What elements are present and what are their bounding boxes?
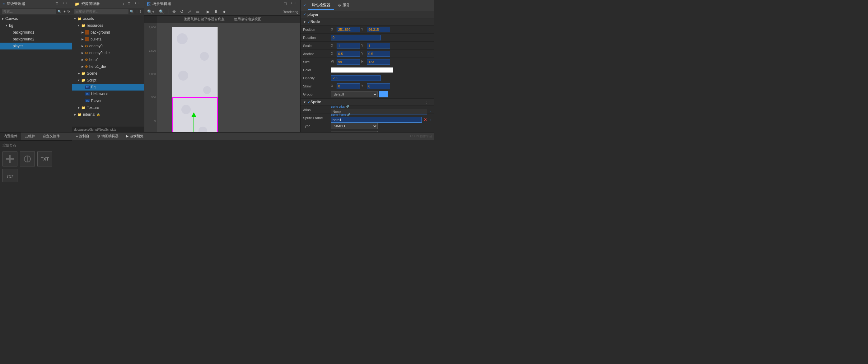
widget-tab-custom[interactable]: 自定义控件 (39, 132, 63, 140)
layer-search-icon[interactable]: 🔍 (58, 10, 62, 14)
asset-item-hero1[interactable]: ▶ ⚙ hero1 (72, 56, 144, 63)
scale-x-label: X (331, 44, 335, 47)
asset-folder-scene[interactable]: ▶ 📁 Scene (72, 70, 144, 77)
widget-tab-cloud[interactable]: 云组件 (21, 132, 39, 140)
asset-search-icon[interactable]: 🔍 (130, 10, 134, 14)
widget-tab-builtin[interactable]: 内置控件 (0, 132, 21, 140)
tree-node-canvas[interactable]: ▶ Canvas (0, 15, 72, 22)
asset-folder-script[interactable]: ▼ 📁 Script (72, 77, 144, 84)
opacity-input[interactable] (331, 75, 381, 81)
toolbar-divider1 (168, 9, 169, 14)
step-btn[interactable]: ⏭ (221, 9, 227, 14)
asset-item-enemy0-die[interactable]: ▶ ⚙ enemy0_die (72, 50, 144, 56)
prop-type-row: Type SIMPLE (301, 122, 434, 130)
layer-search-input[interactable] (2, 9, 56, 14)
bottom-tab-preview[interactable]: ▶ 游戏预览 (122, 132, 147, 140)
layer-refresh-icon[interactable]: ↻ (67, 10, 70, 14)
tree-node-player[interactable]: player (0, 42, 72, 50)
widget-item-render1[interactable] (2, 152, 18, 166)
scene-viewport (172, 27, 218, 132)
scene-menu-btn[interactable]: ⋮⋮ (289, 2, 298, 6)
position-x-input[interactable] (337, 27, 360, 32)
sprite-extra-btn[interactable]: ⋮⋮ (425, 100, 432, 104)
size-h-input[interactable] (367, 59, 390, 65)
widget-item-render2[interactable] (20, 152, 35, 166)
zoom-in-btn[interactable]: 🔍+ (146, 9, 156, 14)
bullet1-label: bullet1 (91, 37, 101, 41)
sprite-frame-clear-btn[interactable]: ✕ (424, 117, 427, 122)
pos-x-label: X (331, 28, 335, 31)
position-y-input[interactable] (367, 27, 390, 32)
asset-folder-internal[interactable]: ▶ 📁 internal 🔒 (72, 111, 144, 118)
asset-add-btn[interactable]: + (122, 2, 125, 6)
tab-property-inspector[interactable]: 属性检查器 (308, 1, 334, 10)
zoom-out-btn[interactable]: 🔍- (158, 9, 166, 14)
asset-expand-btn[interactable]: ☰ (127, 2, 132, 6)
pause-btn[interactable]: ⏸ (213, 9, 219, 14)
scene-canvas-area[interactable]: 使用鼠标右键平移视窗焦点 使用滚轮缩放视图 2,000 1,500 1,000 … (144, 16, 300, 132)
skew-label: Skew (303, 84, 331, 88)
tree-node-background2[interactable]: background2 (0, 36, 72, 42)
widget-item-txt[interactable]: TXT (37, 152, 52, 166)
sprite-frame-input[interactable] (331, 117, 422, 123)
node-section-header[interactable]: ▼ ✓ Node (301, 18, 434, 26)
anchor-y-input[interactable] (367, 51, 390, 57)
bg-label: bg (9, 23, 13, 28)
sprite-frame-select-btn[interactable]: → (428, 118, 432, 122)
asset-search-input[interactable] (74, 9, 128, 14)
tab-service[interactable]: ⚙ 服务 (334, 1, 354, 10)
scene-hint-bar: 使用鼠标右键平移视窗焦点 使用滚轮缩放视图 (144, 16, 300, 23)
asset-item-hero1-die[interactable]: ▶ ⚙ hero1_die (72, 63, 144, 70)
scale-y-input[interactable] (367, 43, 390, 49)
asset-item-helloworld-ts[interactable]: TS Helloworld (72, 91, 144, 97)
group-dropdown[interactable]: default (331, 91, 378, 97)
skew-x-input[interactable] (337, 83, 360, 89)
internal-folder-icon: 📁 (78, 113, 82, 117)
rotation-input[interactable] (331, 35, 381, 40)
scene-expand-btn[interactable]: ☐ (283, 2, 288, 6)
tree-node-bg[interactable]: ▼ bg (0, 22, 72, 29)
asset-item-player-ts[interactable]: TS Player (72, 97, 144, 104)
widget-item-txt2[interactable]: TxT (2, 169, 18, 182)
tree-node-background1[interactable]: background1 (0, 29, 72, 36)
asset-folder-texture[interactable]: ▶ 📁 Texture (72, 104, 144, 111)
scale-x-input[interactable] (337, 43, 360, 49)
layer-menu-btn[interactable]: ⋮⋮ (61, 2, 69, 6)
size-controls: W H (331, 59, 432, 65)
bottom-tab-console[interactable]: ≡ 控制台 (72, 132, 93, 140)
anchor-x-input[interactable] (337, 51, 360, 57)
widget-content: 渲染节点 (0, 141, 72, 182)
rotate-tool-btn[interactable]: ↺ (179, 9, 185, 14)
rect-tool-btn[interactable]: ▭ (195, 9, 200, 14)
scale-tool-btn[interactable]: ⤢ (187, 9, 192, 14)
skew-y-input[interactable] (367, 83, 390, 89)
play-btn[interactable]: ▶ (206, 9, 211, 14)
scene-editor-header: 🖼 场景编辑器 ☐ ⋮⋮ (144, 0, 300, 8)
asset-menu-btn[interactable]: ⋮⋮ (133, 2, 142, 6)
asset-item-background[interactable]: ▶ background (72, 29, 144, 36)
size-w-input[interactable] (337, 59, 360, 65)
assets-folder-icon: 📁 (78, 17, 82, 21)
canvas-arrow: ▶ (1, 17, 4, 20)
layer-expand-btn[interactable]: ☰ (55, 2, 59, 6)
asset-item-bg-ts[interactable]: TS Bg (72, 84, 144, 91)
asset-manager-header: 📁 资源管理器 + ☰ ⋮⋮ (72, 0, 144, 8)
toolbar-divider2 (203, 9, 203, 14)
asset-filter-icon[interactable]: ⋮⋮ (135, 10, 142, 14)
player-label: player (13, 44, 23, 48)
asset-folder-assets[interactable]: ▼ 📁 assets (72, 15, 144, 22)
scale-controls: X Y (331, 43, 432, 49)
sprite-section-header[interactable]: ▼ ✓ Sprite ⋮⋮ (301, 98, 434, 106)
color-controls (331, 67, 432, 73)
type-controls: SIMPLE (331, 123, 432, 129)
layer-star-icon[interactable]: ✦ (63, 10, 66, 14)
bottom-tab-anim[interactable]: ⏱ 动画编辑器 (93, 132, 122, 140)
asset-item-bullet1[interactable]: ▶ bullet1 (72, 36, 144, 42)
service-icon: ⚙ (338, 3, 341, 7)
type-dropdown[interactable]: SIMPLE (331, 123, 378, 129)
console-label: 控制台 (79, 134, 89, 139)
asset-item-enemy0[interactable]: ▶ ⚙ enemy0 (72, 42, 144, 50)
asset-folder-resources[interactable]: ▼ 📁 resources (72, 22, 144, 29)
move-tool-btn[interactable]: ✥ (172, 9, 177, 14)
color-swatch[interactable] (331, 67, 393, 73)
